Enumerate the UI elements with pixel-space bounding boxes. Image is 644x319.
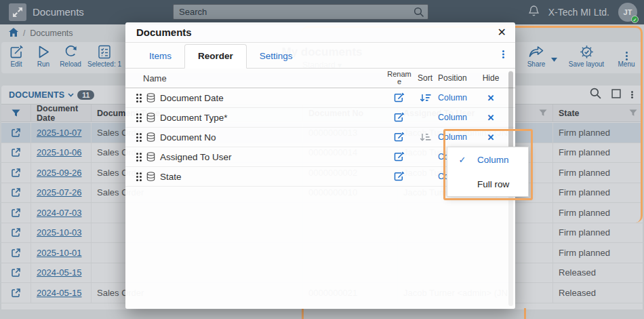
- position-selector[interactable]: Column: [438, 113, 477, 122]
- edit-icon: [394, 112, 405, 123]
- header-sort: Sort: [412, 73, 438, 83]
- tutorial-highlight-edge: [524, 308, 526, 319]
- drag-handle-icon[interactable]: [136, 153, 142, 162]
- hide-column-button[interactable]: ✕: [477, 93, 504, 103]
- position-selector[interactable]: Column: [438, 93, 477, 102]
- drag-handle-icon[interactable]: [136, 94, 142, 102]
- header-hide: Hide: [477, 73, 504, 83]
- rename-button[interactable]: [386, 92, 412, 103]
- drag-handle-icon[interactable]: [136, 172, 142, 181]
- edit-icon: [394, 171, 405, 182]
- header-name: Name: [125, 73, 386, 83]
- sort-descending-button[interactable]: [412, 94, 438, 102]
- modal-table-header: Name Rename Sort Position Hide: [125, 69, 515, 88]
- hide-column-button[interactable]: ✕: [477, 132, 504, 143]
- reorder-row: Document No Column ✕: [125, 128, 515, 147]
- sort-asc-icon: [420, 133, 431, 142]
- check-icon: ✓: [447, 155, 477, 165]
- drag-handle-icon[interactable]: [136, 113, 142, 122]
- reorder-row: Document Type* Column ✕: [125, 108, 515, 128]
- drag-handle-icon[interactable]: [136, 133, 142, 142]
- field-name: Document Date: [160, 93, 386, 103]
- edit-icon: [394, 92, 405, 103]
- modal-header: Documents ✕: [125, 22, 515, 43]
- documents-settings-modal: Documents ✕ Items Reorder Settings Name …: [125, 22, 515, 309]
- modal-kebab-icon[interactable]: [502, 50, 504, 52]
- field-name: State: [160, 172, 386, 182]
- database-field-icon: [146, 172, 155, 181]
- rename-button[interactable]: [386, 151, 412, 162]
- tab-items[interactable]: Items: [136, 45, 184, 68]
- edit-icon: [394, 151, 405, 162]
- dropdown-option-column[interactable]: ✓ Column: [447, 147, 528, 172]
- header-rename: Rename: [386, 71, 412, 86]
- database-field-icon: [146, 113, 155, 122]
- rename-button[interactable]: [386, 171, 412, 182]
- rename-button[interactable]: [386, 112, 412, 123]
- hide-column-button[interactable]: ✕: [477, 113, 504, 123]
- position-dropdown: ✓ Column Full row: [447, 147, 529, 197]
- screen: Documents X-Tech MI Ltd. JT ✓: [0, 0, 644, 319]
- edit-icon: [394, 132, 405, 143]
- reorder-row: Document Date Column ✕: [125, 88, 515, 108]
- database-field-icon: [146, 132, 155, 142]
- sort-ascending-button[interactable]: [412, 133, 438, 142]
- tab-reorder[interactable]: Reorder: [184, 44, 247, 69]
- sort-desc-icon: [420, 94, 431, 102]
- database-field-icon: [146, 93, 155, 102]
- tutorial-highlight-edge: [302, 308, 304, 319]
- rename-button[interactable]: [386, 132, 412, 143]
- modal-title: Documents: [136, 26, 192, 38]
- field-name: Assigned To User: [160, 152, 386, 162]
- field-name: Document Type*: [160, 113, 386, 123]
- close-icon[interactable]: ✕: [498, 26, 506, 39]
- dropdown-option-full-row[interactable]: Full row: [447, 172, 528, 196]
- database-field-icon: [146, 152, 155, 162]
- tab-settings[interactable]: Settings: [247, 45, 306, 68]
- header-position: Position: [438, 73, 477, 83]
- position-selector[interactable]: Column: [438, 132, 477, 142]
- field-name: Document No: [160, 132, 386, 143]
- modal-tab-bar: Items Reorder Settings: [125, 43, 515, 69]
